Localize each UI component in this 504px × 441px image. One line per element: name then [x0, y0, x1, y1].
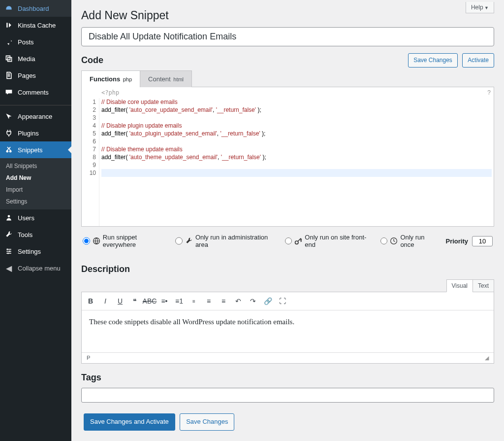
submenu-item-all-snippets[interactable]: All Snippets [0, 160, 71, 172]
sidebar-label: Tools [18, 231, 32, 238]
save-changes-button-bottom[interactable]: Save Changes [180, 413, 234, 431]
sidebar-item-settings[interactable]: Settings [0, 243, 71, 260]
run-option-key[interactable]: Only run on site front-end [285, 234, 372, 248]
tags-input[interactable] [81, 388, 494, 403]
code-line[interactable]: // Disable plugin update emails [101, 122, 492, 130]
toolbar-redo-icon[interactable]: ↷ [247, 295, 259, 307]
line-number: 1 [85, 98, 96, 106]
page-title: Add New Snippet [81, 9, 494, 22]
submenu-item-settings[interactable]: Settings [0, 196, 71, 207]
code-line[interactable] [101, 114, 492, 122]
help-tab[interactable]: Help [466, 2, 494, 13]
code-lines[interactable]: // Disable core update emailsadd_filter(… [99, 98, 494, 226]
pin-icon [4, 37, 14, 47]
description-content[interactable]: These code snippets disable all WordPres… [82, 310, 494, 352]
desc-tab-text[interactable]: Text [472, 279, 494, 292]
globe-icon [93, 237, 100, 245]
run-radio[interactable] [380, 237, 388, 245]
svg-point-0 [6, 150, 8, 153]
toolbar-strike-icon[interactable]: ABC [144, 295, 156, 307]
toolbar-quote-icon[interactable]: ❝ [129, 295, 141, 307]
sidebar-item-plugins[interactable]: Plugins [0, 125, 71, 141]
sidebar-item-posts[interactable]: Posts [0, 34, 71, 50]
line-number: 4 [85, 122, 96, 130]
code-line[interactable] [101, 161, 492, 169]
toolbar-align-right-icon[interactable]: ≡ [218, 295, 229, 307]
desc-tab-visual[interactable]: Visual [446, 279, 473, 292]
code-tab-main: Functions [90, 75, 120, 83]
collapse-label: Collapse menu [18, 265, 61, 272]
editor-body[interactable]: 12345678910 // Disable core update email… [82, 98, 494, 226]
code-line[interactable] [101, 169, 492, 177]
run-option-wrench[interactable]: Only run in administration area [175, 234, 276, 248]
sidebar-label: Users [18, 214, 34, 222]
code-line[interactable]: add_filter( 'auto_theme_update_send_emai… [101, 153, 492, 161]
sidebar-label: Plugins [18, 130, 39, 137]
save-changes-button[interactable]: Save Changes [408, 53, 458, 68]
code-tab-content[interactable]: Content html [140, 70, 192, 87]
line-number: 7 [85, 145, 96, 153]
code-tab-sub: html [173, 76, 184, 82]
sidebar-item-comments[interactable]: Comments [0, 84, 71, 101]
line-gutter: 12345678910 [82, 98, 99, 226]
sidebar-item-pages[interactable]: Pages [0, 67, 71, 84]
line-number: 10 [85, 169, 96, 177]
toolbar-undo-icon[interactable]: ↶ [232, 295, 244, 307]
admin-sidebar: DashboardKinsta CachePostsMediaPagesComm… [0, 0, 71, 441]
line-number: 3 [85, 114, 96, 122]
comments-icon [4, 87, 14, 97]
priority-label: Priority [445, 237, 468, 245]
run-option-globe[interactable]: Run snippet everywhere [83, 234, 166, 248]
run-option-label: Only run once [400, 234, 437, 248]
toolbar-italic-icon[interactable]: I [99, 295, 111, 307]
run-option-label: Only run on site front-end [305, 234, 371, 248]
save-and-activate-button[interactable]: Save Changes and Activate [84, 413, 175, 431]
toolbar-align-left-icon[interactable]: ≡ [188, 295, 200, 307]
sidebar-item-tools[interactable]: Tools [0, 226, 71, 243]
resize-handle-icon[interactable]: ◢ [485, 355, 489, 361]
line-number: 6 [85, 137, 96, 145]
sidebar-item-media[interactable]: Media [0, 50, 71, 67]
collapse-menu[interactable]: ◀ Collapse menu [0, 260, 71, 276]
toolbar-align-center-icon[interactable]: ≡ [203, 295, 215, 307]
editor-help-icon[interactable]: ? [487, 89, 491, 96]
code-line[interactable] [101, 137, 492, 145]
toolbar-bold-icon[interactable]: B [85, 295, 96, 307]
activate-button[interactable]: Activate [462, 53, 494, 68]
sidebar-item-kinsta-cache[interactable]: Kinsta Cache [0, 17, 71, 34]
sidebar-label: Dashboard [18, 5, 49, 12]
run-option-clock[interactable]: Only run once [380, 234, 437, 248]
sidebar-label: Posts [18, 38, 34, 46]
run-radio[interactable] [175, 237, 183, 245]
toolbar-expand-icon[interactable]: ⛶ [277, 295, 288, 307]
toolbar-ul-icon[interactable]: ≡• [158, 295, 170, 307]
run-radio[interactable] [83, 237, 90, 245]
submenu-item-add-new[interactable]: Add New [0, 172, 71, 184]
sidebar-item-snippets[interactable]: Snippets [0, 141, 71, 158]
code-line[interactable]: add_filter( 'auto_core_update_send_email… [101, 106, 492, 114]
sidebar-item-appearance[interactable]: Appearance [0, 108, 71, 125]
svg-point-2 [8, 215, 10, 217]
code-line[interactable]: add_filter( 'auto_plugin_update_send_ema… [101, 130, 492, 137]
toolbar-ol-icon[interactable]: ≡1 [173, 295, 185, 307]
sidebar-label: Appearance [18, 113, 52, 120]
sidebar-item-users[interactable]: Users [0, 209, 71, 226]
toolbar-link-icon[interactable]: 🔗 [262, 295, 274, 307]
code-line[interactable]: // Disable theme update emails [101, 145, 492, 153]
snippet-name-input[interactable] [81, 27, 494, 46]
submenu-item-import[interactable]: Import [0, 184, 71, 196]
code-tab-functions[interactable]: Functions php [81, 70, 140, 87]
sidebar-label: Settings [18, 248, 41, 255]
code-editor[interactable]: ? <?php 12345678910 // Disable core upda… [81, 87, 494, 227]
priority-input[interactable] [472, 236, 493, 246]
sidebar-item-dashboard[interactable]: Dashboard [0, 0, 71, 17]
sidebar-label: Pages [18, 72, 36, 79]
toolbar-underline-icon[interactable]: U [114, 295, 126, 307]
users-icon [4, 213, 14, 223]
run-option-label: Only run in administration area [195, 234, 276, 248]
top-action-buttons: Save Changes Activate [406, 53, 494, 68]
rich-text-toolbar: BIU❝ABC≡•≡1≡≡≡↶↷🔗⛶ [82, 292, 494, 310]
code-line[interactable]: // Disable core update emails [101, 98, 492, 106]
clock-icon [390, 237, 398, 245]
run-radio[interactable] [285, 237, 292, 245]
